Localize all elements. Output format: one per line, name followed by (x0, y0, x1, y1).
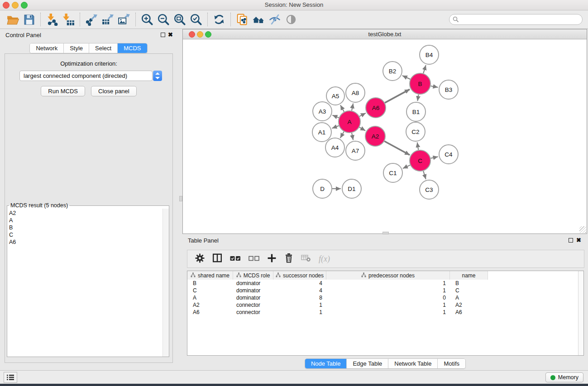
graph-edge-A6-B[interactable] (385, 89, 410, 103)
graph-edge-C-C1[interactable] (403, 165, 410, 168)
duplicate-network-button[interactable] (234, 11, 250, 28)
table-cell: connector (233, 301, 273, 309)
graph-edge-B-B2[interactable] (402, 76, 410, 79)
zoom-fit-button[interactable] (172, 11, 188, 28)
close-panel-icon[interactable]: ✖ (168, 31, 173, 38)
graph-edge-A-A1[interactable] (332, 126, 339, 129)
column-header-shared-name[interactable]: shared name (187, 271, 233, 280)
dropdown-stepper-icon[interactable] (153, 71, 162, 81)
table-cell: dominator (233, 287, 273, 294)
minimize-network-button[interactable] (197, 31, 203, 38)
float-panel-icon[interactable] (161, 33, 165, 37)
export-table-button[interactable] (100, 11, 116, 28)
tab-select[interactable]: Select (89, 43, 118, 53)
minimize-window-button[interactable] (12, 2, 19, 9)
graph-node-label-A4: A4 (331, 144, 339, 151)
graph-edge-A-A4[interactable] (340, 132, 344, 138)
table-row[interactable]: A2connector11A2 (187, 301, 583, 309)
column-header-name[interactable]: name (450, 271, 488, 280)
tab-motifs[interactable]: Motifs (438, 359, 465, 368)
table-row[interactable]: Bdominator41B (187, 280, 583, 287)
close-panel-icon[interactable]: ✖ (576, 237, 581, 243)
open-folder-icon (6, 13, 19, 26)
column-edit-icon (361, 272, 366, 279)
table-settings-button[interactable] (195, 253, 205, 265)
resize-grip[interactable] (579, 226, 586, 233)
close-network-button[interactable] (189, 31, 195, 38)
table-row[interactable]: Cdominator41C (187, 287, 583, 294)
table-row[interactable]: A6connector11A6 (187, 309, 583, 316)
graph-edge-C-C3[interactable] (423, 171, 426, 179)
graph-edge-A-A5[interactable] (340, 105, 344, 112)
create-column-button[interactable] (267, 253, 277, 265)
network-window-title: testGlobe.txt (183, 29, 587, 39)
graph-edge-A-A7[interactable] (352, 133, 353, 140)
graph-edge-A-A6[interactable] (359, 113, 366, 116)
table-row[interactable]: Adominator80A (187, 294, 583, 301)
mcds-result-item[interactable]: B (9, 224, 163, 231)
graph-edge-A-A8[interactable] (352, 104, 353, 111)
graph-edge-B-B4[interactable] (423, 65, 426, 73)
tab-node-table[interactable]: Node Table (305, 359, 347, 368)
delete-table-icon (301, 254, 311, 262)
run-mcds-button[interactable]: Run MCDS (41, 86, 85, 96)
search-input[interactable] (449, 14, 583, 25)
show-tasks-button[interactable] (4, 372, 17, 383)
mcds-result-item[interactable]: A (9, 217, 163, 224)
refresh-view-button[interactable] (211, 11, 227, 28)
table-scrollbar[interactable] (578, 271, 583, 355)
table-cell: C (187, 287, 233, 294)
graph-edge-C-C2[interactable] (417, 143, 419, 150)
graph-node-label-C3: C3 (425, 186, 433, 193)
show-column-button[interactable] (212, 253, 222, 265)
function-builder-button[interactable]: f(x) (319, 254, 330, 264)
column-header-successor-nodes[interactable]: successor nodes (273, 271, 326, 280)
zoom-out-button[interactable] (155, 11, 172, 28)
mcds-result-item[interactable]: A2 (9, 210, 163, 217)
mcds-panel: Optimization criterion: largest connecte… (5, 53, 173, 363)
column-header-MCDS-role[interactable]: MCDS role (233, 271, 273, 280)
tab-network[interactable]: Network (30, 43, 64, 53)
mcds-result-item[interactable]: A6 (9, 238, 163, 246)
close-window-button[interactable] (3, 2, 10, 9)
vertical-scroll-nub[interactable] (179, 196, 182, 201)
delete-column-button[interactable] (284, 253, 293, 265)
table-cell: 4 (273, 287, 326, 294)
control-panel-tabbar: Network Style Select MCDS (29, 43, 147, 53)
select-all-columns-button[interactable] (230, 255, 241, 263)
export-image-button[interactable] (116, 11, 132, 28)
graph-edge-A2-C[interactable] (384, 141, 410, 155)
float-panel-icon[interactable] (569, 238, 573, 243)
graph-edge-B-B1[interactable] (417, 95, 418, 101)
open-session-button[interactable] (5, 11, 21, 28)
zoom-selected-button[interactable] (188, 11, 204, 28)
mcds-list-scrollbar[interactable] (163, 209, 169, 357)
tab-mcds[interactable]: MCDS (118, 43, 147, 53)
import-network-button[interactable] (44, 11, 60, 28)
zoom-in-button[interactable] (139, 11, 155, 28)
graph-edge-C-C4[interactable] (430, 157, 438, 158)
zoom-window-button[interactable] (21, 2, 28, 9)
graph-edge-A-A3[interactable] (332, 115, 339, 118)
unselect-all-columns-button[interactable] (249, 255, 259, 263)
column-header-predecessor-nodes[interactable]: predecessor nodes (326, 271, 450, 280)
criterion-dropdown[interactable]: largest connected component (directed) (19, 71, 162, 81)
tab-network-table[interactable]: Network Table (388, 359, 438, 368)
hide-selected-button[interactable] (267, 11, 283, 28)
tab-edge-table[interactable]: Edge Table (347, 359, 388, 368)
close-panel-button[interactable]: Close panel (91, 86, 137, 96)
delete-table-button[interactable] (301, 254, 311, 264)
graph-edge-B-B3[interactable] (431, 86, 438, 87)
show-graphics-details-button[interactable] (283, 11, 299, 28)
graph-edge-A-A2[interactable] (359, 127, 365, 131)
network-window-titlebar[interactable]: testGlobe.txt (183, 29, 587, 39)
mcds-result-item[interactable]: C (9, 231, 163, 238)
import-table-button[interactable] (60, 11, 76, 28)
export-network-button[interactable] (83, 11, 100, 28)
home-view-button[interactable] (250, 11, 267, 28)
save-session-button[interactable] (21, 11, 37, 28)
network-canvas[interactable]: B4B2BB3B1A5A8A6A3AA1C2A2A4A7C4CC1C3DD1 (183, 39, 587, 231)
memory-button[interactable]: Memory (545, 372, 583, 382)
tab-style[interactable]: Style (64, 43, 89, 53)
zoom-network-button[interactable] (205, 31, 211, 38)
